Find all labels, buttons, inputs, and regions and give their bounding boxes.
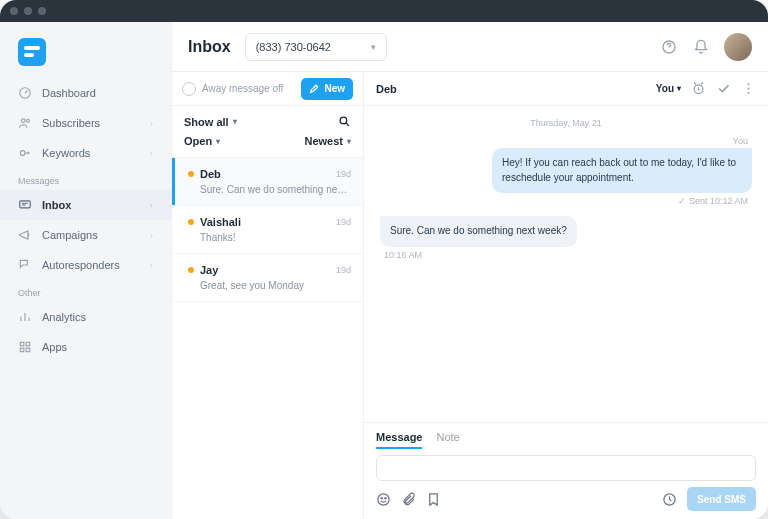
send-label: Send SMS <box>697 494 746 505</box>
filter-sort[interactable]: Newest ▾ <box>304 135 351 147</box>
window-dot-min-icon[interactable] <box>24 7 32 15</box>
schedule-icon[interactable] <box>662 492 677 507</box>
phone-number-value: (833) 730-0642 <box>256 41 331 53</box>
more-icon[interactable] <box>741 81 756 96</box>
dashboard-icon <box>18 86 32 100</box>
search-icon[interactable] <box>338 115 351 128</box>
apps-icon <box>18 340 32 354</box>
filter-show-all[interactable]: Show all ▾ <box>184 116 304 128</box>
sidebar-item-inbox[interactable]: Inbox › <box>0 190 171 220</box>
message-status: ✓ Sent 10:12 AM <box>384 196 748 206</box>
tab-message[interactable]: Message <box>376 431 422 449</box>
avatar[interactable] <box>724 33 752 61</box>
conversation-name: Vaishali <box>200 216 241 228</box>
chevron-down-icon: ▾ <box>677 84 681 93</box>
sidebar-item-label: Analytics <box>42 311 86 323</box>
tab-note[interactable]: Note <box>436 431 459 449</box>
analytics-icon <box>18 310 32 324</box>
sidebar-item-label: Subscribers <box>42 117 100 129</box>
sidebar-item-label: Campaigns <box>42 229 98 241</box>
subscribers-icon <box>18 116 32 130</box>
new-message-button[interactable]: New <box>301 78 353 100</box>
new-button-label: New <box>324 83 345 94</box>
help-icon[interactable] <box>660 38 678 56</box>
send-button[interactable]: Send SMS <box>687 487 756 511</box>
filter-status[interactable]: Open ▾ <box>184 135 304 147</box>
autoresponders-icon <box>18 258 32 272</box>
sidebar-item-autoresponders[interactable]: Autoresponders › <box>0 250 171 280</box>
svg-point-2 <box>26 119 29 122</box>
sidebar-item-label: Autoresponders <box>42 259 120 271</box>
conversation-list: Deb 19d Sure. Can we do something next… … <box>172 158 363 519</box>
conversation-time: 19d <box>336 169 351 179</box>
away-face-icon <box>182 82 196 96</box>
compose-input[interactable] <box>376 455 756 481</box>
assigned-to-dropdown[interactable]: You ▾ <box>656 83 681 94</box>
svg-point-1 <box>22 119 26 123</box>
conversation-preview: Thanks! <box>200 232 351 243</box>
window-dot-close-icon[interactable] <box>10 7 18 15</box>
chevron-right-icon: › <box>150 149 153 158</box>
window-dot-max-icon[interactable] <box>38 7 46 15</box>
sidebar-item-apps[interactable]: Apps <box>0 332 171 362</box>
sender-label: You <box>384 136 748 146</box>
svg-rect-6 <box>26 342 30 346</box>
app-window: Dashboard Subscribers › Keywords › Messa… <box>0 0 768 519</box>
conversation-preview: Sure. Can we do something next… <box>200 184 351 195</box>
filter-label: Newest <box>304 135 343 147</box>
sidebar-item-keywords[interactable]: Keywords › <box>0 138 171 168</box>
svg-point-14 <box>748 92 750 94</box>
app-logo-icon <box>18 38 46 66</box>
away-message-toggle[interactable]: Away message off <box>182 82 283 96</box>
sidebar-item-subscribers[interactable]: Subscribers › <box>0 108 171 138</box>
emoji-icon[interactable] <box>376 492 391 507</box>
chevron-right-icon: › <box>150 261 153 270</box>
conversation-item[interactable]: Jay 19d Great, see you Monday <box>172 254 363 302</box>
chevron-down-icon: ▾ <box>216 137 220 146</box>
chevron-down-icon: ▾ <box>347 137 351 146</box>
sidebar: Dashboard Subscribers › Keywords › Messa… <box>0 22 172 519</box>
bookmark-icon[interactable] <box>426 492 441 507</box>
svg-rect-5 <box>20 342 24 346</box>
inbox-icon <box>18 198 32 212</box>
sidebar-item-campaigns[interactable]: Campaigns › <box>0 220 171 250</box>
sidebar-group-messages: Messages <box>0 168 171 190</box>
message-out: Hey! If you can reach back out to me tod… <box>492 148 752 193</box>
page-title: Inbox <box>188 38 231 56</box>
campaigns-icon <box>18 228 32 242</box>
message-in: Sure. Can we do something next week? <box>380 216 577 247</box>
resolve-icon[interactable] <box>716 81 731 96</box>
sidebar-item-dashboard[interactable]: Dashboard <box>0 78 171 108</box>
conversation-title: Deb <box>376 83 397 95</box>
sent-check-icon: ✓ <box>678 196 686 206</box>
svg-point-12 <box>748 83 750 85</box>
conversation-time: 19d <box>336 265 351 275</box>
filter-label: Open <box>184 135 212 147</box>
phone-number-select[interactable]: (833) 730-0642 ▾ <box>245 33 387 61</box>
svg-point-10 <box>340 117 347 124</box>
attach-icon[interactable] <box>401 492 416 507</box>
window-titlebar <box>0 0 768 22</box>
chevron-down-icon: ▾ <box>233 117 237 126</box>
sidebar-item-label: Dashboard <box>42 87 96 99</box>
assigned-label: You <box>656 83 674 94</box>
unread-dot-icon <box>188 171 194 177</box>
svg-rect-8 <box>26 348 30 352</box>
sidebar-item-label: Inbox <box>42 199 71 211</box>
composer: Message Note Send SMS <box>364 422 768 519</box>
svg-point-16 <box>381 497 382 498</box>
svg-point-15 <box>378 493 389 504</box>
inbox-list-pane: Away message off New Show all ▾ <box>172 72 364 519</box>
svg-point-13 <box>748 88 750 90</box>
conversation-pane: Deb You ▾ Thursday, May 21 You <box>364 72 768 519</box>
conversation-item[interactable]: Vaishali 19d Thanks! <box>172 206 363 254</box>
conversation-item[interactable]: Deb 19d Sure. Can we do something next… <box>172 158 363 206</box>
notifications-icon[interactable] <box>692 38 710 56</box>
chevron-right-icon: › <box>150 231 153 240</box>
filter-label: Show all <box>184 116 229 128</box>
sidebar-item-analytics[interactable]: Analytics <box>0 302 171 332</box>
snooze-icon[interactable] <box>691 81 706 96</box>
conversation-name: Jay <box>200 264 218 276</box>
sidebar-item-label: Keywords <box>42 147 90 159</box>
unread-dot-icon <box>188 267 194 273</box>
